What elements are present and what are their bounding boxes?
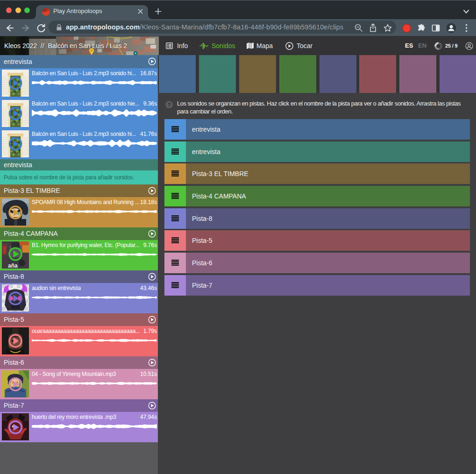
svg-text:aña: aña [8, 262, 18, 269]
